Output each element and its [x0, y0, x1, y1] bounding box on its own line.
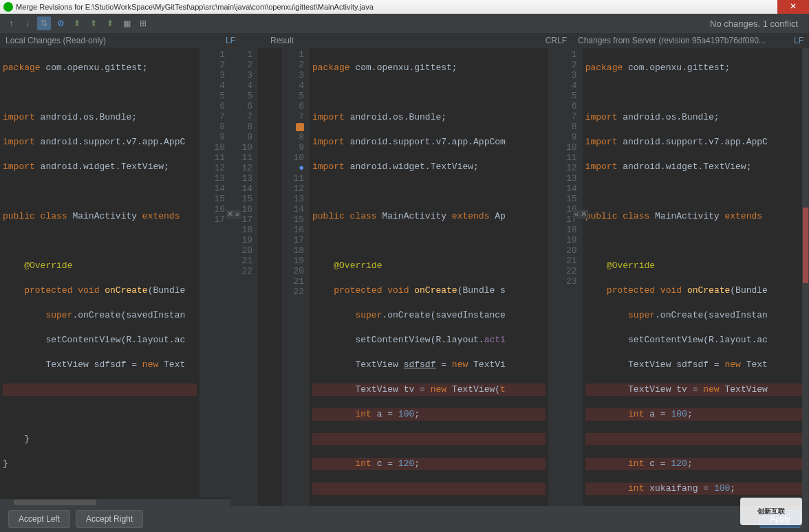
server-lineending: LF	[794, 36, 803, 45]
toolbar: ↑ ↓ ⇅ ⚙ ⬆ ⬆ ⬆ ▦ ⊞ No changes. 1 conflict	[0, 14, 809, 33]
sync-scroll-icon[interactable]: ⇅	[37, 16, 51, 30]
window-title: Merge Revisions for E:\StutioWorkSpace\M…	[16, 3, 374, 11]
server-error-stripe[interactable]	[802, 48, 809, 506]
result-gutter-left: 12345678910111213141516171819202122	[230, 48, 258, 506]
local-code: package com.openxu.gittest; import andro…	[0, 48, 199, 498]
result-code[interactable]: package com.openxu.gittest; import andro…	[310, 48, 548, 506]
status-summary: No changes. 1 conflict	[703, 16, 805, 32]
merge-editors: package com.openxu.gittest; import andro…	[0, 48, 809, 506]
accept-right-button[interactable]: Accept Right	[76, 510, 143, 528]
warning-icon	[296, 123, 304, 131]
server-gutter: 1234567891011121314151617181920212223	[548, 48, 583, 506]
apply-left-icon[interactable]: ⬆	[87, 16, 100, 30]
close-button[interactable]: ✕	[777, 0, 809, 14]
prev-diff-icon[interactable]: ↑	[4, 16, 18, 30]
reject-apply-right[interactable]: « ✕	[573, 210, 588, 219]
group-icon[interactable]: ▦	[120, 16, 133, 30]
apply-nonconflict-icon[interactable]: ⬆	[70, 16, 84, 30]
app-icon	[3, 2, 13, 12]
settings-icon[interactable]: ⚙	[54, 16, 67, 30]
next-diff-icon[interactable]: ↓	[21, 16, 34, 30]
local-hscroll[interactable]	[0, 499, 230, 506]
reject-apply-left[interactable]: ✕ »	[226, 210, 241, 219]
server-pane: package com.openxu.gittest; import andro…	[583, 48, 809, 506]
result-gutter-pane: 12345678910111213141516171819202122 1234…	[230, 48, 310, 506]
local-header: Local Changes (Read-only)	[6, 36, 106, 45]
whitespace-icon[interactable]: ⊞	[136, 16, 150, 30]
local-pane: package com.openxu.gittest; import andro…	[0, 48, 230, 506]
result-lineending: CRLF	[546, 36, 567, 45]
accept-left-button[interactable]: Accept Left	[8, 510, 70, 528]
pane-headers: Local Changes (Read-only)LF Result CRLF …	[0, 33, 809, 48]
local-gutter: 1234567891011121314151617	[199, 48, 230, 498]
server-code: package com.openxu.gittest; import andro…	[583, 48, 809, 506]
result-gutter-right: 1234567 8910 ●111213141516171819202122	[282, 48, 310, 506]
watermark: 创新互联	[740, 498, 802, 525]
local-lineending: LF	[226, 36, 235, 45]
window-titlebar: Merge Revisions for E:\StutioWorkSpace\M…	[0, 0, 809, 14]
apply-right-icon[interactable]: ⬆	[103, 16, 117, 30]
bottom-button-bar: Accept Left Accept Right Apply	[0, 506, 809, 532]
result-pane: package com.openxu.gittest; import andro…	[310, 48, 548, 506]
server-header: Changes from Server (revision 95a4197b76…	[578, 36, 766, 45]
result-header: Result	[270, 36, 294, 45]
